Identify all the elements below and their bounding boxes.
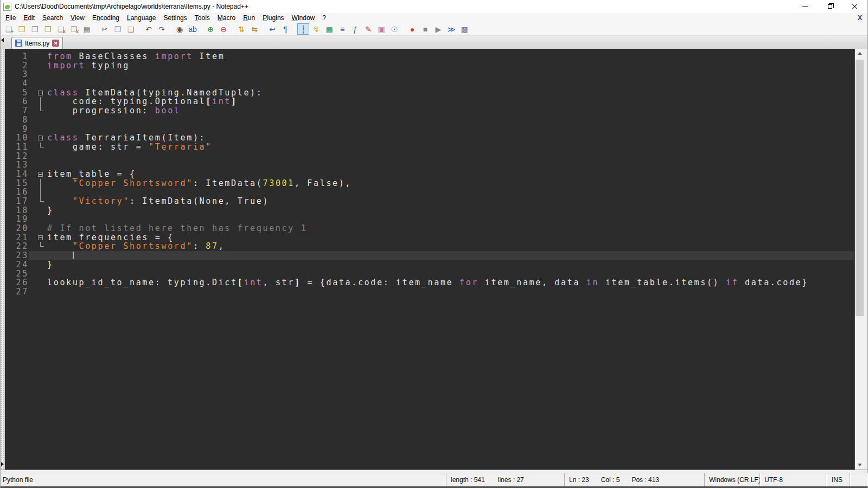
code-line-17[interactable]: 17 "Victory": ItemData(None, True) [5,197,854,206]
code-line-7[interactable]: 7 progression: bool [5,106,854,115]
word-wrap-icon[interactable]: ↩ [266,23,278,35]
indent-guide-icon[interactable]: ┆ [297,23,309,35]
redo-icon[interactable]: ↷ [156,23,168,35]
menu-file[interactable]: File [2,13,20,23]
menubar-close-doc-icon[interactable] [858,13,862,23]
scroll-down-arrow-icon[interactable] [855,460,864,470]
doc-switcher-icon[interactable]: ↯ [310,23,322,35]
tab-scroll-left-icon[interactable] [1,38,4,42]
macro-save-icon[interactable]: ▩ [458,23,470,35]
code-line-21[interactable]: 21item_frequencies = { [5,233,854,242]
code-line-12[interactable]: 12 [5,152,854,161]
find-icon[interactable]: ◉ [174,23,186,35]
print-icon[interactable]: ▤ [81,23,93,35]
fold-margin[interactable] [29,170,47,179]
code-line-5[interactable]: 5class ItemData(typing.NamedTuple): [5,88,854,98]
zoom-in-icon[interactable]: ⊕ [205,23,216,35]
tab-items-py[interactable]: Items.py [11,37,63,49]
new-file-icon[interactable]: ❏+ [3,23,15,35]
macro-play-icon[interactable]: ▶ [432,23,444,35]
zoom-out-icon[interactable]: ⊖ [218,23,229,35]
code-line-8[interactable]: 8 [5,115,854,125]
save-all-icon[interactable]: ❒ [42,23,54,35]
open-file-icon[interactable]: ❒ [16,23,28,35]
monitoring-icon[interactable]: ▣ [375,23,387,35]
menu-run[interactable]: Run [239,13,259,23]
code-line-18[interactable]: 18} [5,206,854,215]
code-line-6[interactable]: 6 code: typing.Optional[int] [5,97,854,106]
doc-list-icon[interactable]: ≡ [336,23,348,35]
menu-[interactable]: ? [318,13,330,23]
doc-map-icon[interactable]: ▦ [323,23,335,35]
code-line-15[interactable]: 15 "Copper Shortsword": ItemData(73001, … [5,179,854,188]
close-all-icon[interactable]: ❐x [68,23,80,35]
code-line-1[interactable]: 1from BaseClasses import Item [5,52,854,61]
code-line-25[interactable]: 25 [5,269,854,279]
sync-horizontal-icon[interactable]: ⇆ [248,23,260,35]
paste-icon[interactable]: ❑ [125,23,137,35]
code-line-3[interactable]: 3 [5,70,854,79]
close-button[interactable] [843,0,867,13]
function-list-icon[interactable]: ƒ [349,23,361,35]
scrollbar-thumb[interactable] [856,60,864,316]
code-line-22[interactable]: 22 "Copper Shortsword": 87, [5,242,854,251]
menu-settings[interactable]: Settings [159,13,190,23]
save-icon[interactable]: ❒ [29,23,41,35]
menu-edit[interactable]: Edit [20,13,39,23]
code-line-10[interactable]: 10class TerrariaItem(Item): [5,133,854,143]
code-line-2[interactable]: 2import typing [5,61,854,70]
macro-stop-icon[interactable]: ■ [419,23,431,35]
minimize-button[interactable] [793,0,818,13]
code-line-13[interactable]: 13 [5,160,854,170]
dock-grip-strip[interactable] [1,49,5,470]
macro-run-multiple-icon[interactable]: ≫ [445,23,457,35]
undo-icon[interactable]: ↶ [143,23,155,35]
menu-view[interactable]: View [67,13,88,23]
fold-start-icon[interactable] [38,91,43,95]
fold-margin[interactable] [29,133,47,143]
folder-workspace-icon[interactable]: ✎ [362,23,374,35]
close-file-icon[interactable]: ❏x [55,23,67,35]
menu-tools[interactable]: Tools [191,13,214,23]
code-line-11[interactable]: 11 game: str = "Terraria" [5,143,854,152]
view-eye-icon[interactable]: ☉ [388,23,400,35]
fold-start-icon[interactable] [38,136,43,140]
fold-start-icon[interactable] [38,172,43,177]
code-line-20[interactable]: 20# If not listed here then has frequenc… [5,224,854,233]
code-line-27[interactable]: 27 [5,287,854,297]
status-eol-format[interactable]: Windows (CR LF) [705,473,760,486]
tab-close-icon[interactable] [52,40,59,47]
macro-record-icon[interactable]: ● [406,23,418,35]
code-line-19[interactable]: 19 [5,215,854,224]
code-line-4[interactable]: 4 [5,79,854,88]
menu-search[interactable]: Search [39,13,67,23]
code-editor[interactable]: 1from BaseClasses import Item2import typ… [5,49,854,470]
menu-language[interactable]: Language [123,13,159,23]
copy-icon[interactable]: ❐ [112,23,124,35]
menu-encoding[interactable]: Encoding [88,13,123,23]
scroll-up-arrow-icon[interactable] [855,49,864,58]
menu-plugins[interactable]: Plugins [259,13,288,23]
cut-icon[interactable]: ✂ [99,23,111,35]
code-line-23[interactable]: 23 [5,251,854,260]
replace-icon[interactable]: ab [187,23,199,35]
line-number: 6 [5,97,29,106]
menu-window[interactable]: Window [288,13,319,23]
code-line-14[interactable]: 14item_table = { [5,170,854,179]
code-line-16[interactable]: 16 [5,188,854,197]
status-encoding[interactable]: UTF-8 [760,473,826,486]
fold-start-icon[interactable] [38,235,43,240]
code-line-24[interactable]: 24} [5,260,854,269]
code-line-9[interactable]: 9 [5,125,854,134]
restore-button[interactable] [818,0,843,13]
fold-margin[interactable] [29,88,47,98]
vertical-scrollbar[interactable] [854,49,864,470]
code-line-26[interactable]: 26lookup_id_to_name: typing.Dict[int, st… [5,278,854,287]
show-all-chars-icon[interactable]: ¶ [279,23,291,35]
fold-margin[interactable] [29,233,47,242]
status-insert-mode[interactable]: INS [826,473,850,486]
sync-vertical-icon[interactable]: ⇅ [235,23,247,35]
title-bar: C:\Users\Dood\Documents\tmp\Archipelago\… [1,0,867,13]
dock-arrow-bottom-icon[interactable] [1,462,4,466]
menu-macro[interactable]: Macro [214,13,239,23]
